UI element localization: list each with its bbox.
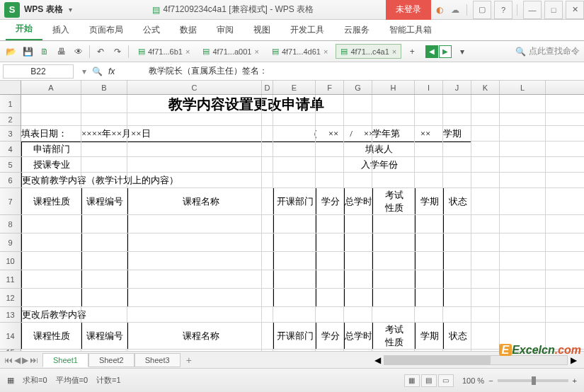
- ribbon-tab-8[interactable]: 云服务: [334, 20, 379, 40]
- command-search[interactable]: 🔍 点此查找命令: [515, 45, 580, 57]
- close-tab-icon[interactable]: ×: [392, 47, 396, 56]
- preview-icon[interactable]: 👁: [72, 45, 85, 58]
- select-all-corner[interactable]: [0, 81, 21, 94]
- close-tab-icon[interactable]: ×: [254, 47, 258, 56]
- add-sheet-icon[interactable]: +: [181, 354, 197, 366]
- doc-tab-2[interactable]: ▤4f71...4d61×: [267, 44, 333, 59]
- view-page-button[interactable]: ▤: [421, 374, 437, 387]
- fx-icon[interactable]: fx: [108, 67, 115, 76]
- close-tab-icon[interactable]: ×: [324, 47, 328, 56]
- formula-text[interactable]: 教学院长（直属系主任）签名：: [120, 65, 268, 77]
- close-button[interactable]: ✕: [566, 1, 584, 19]
- skin-button[interactable]: ▢: [473, 1, 491, 19]
- doc-tab-1[interactable]: ▤4f71...a001×: [197, 44, 264, 59]
- search-icon: 🔍: [515, 47, 526, 57]
- ribbon-tab-4[interactable]: 数据: [170, 20, 207, 40]
- nav-prev-icon[interactable]: ◀: [425, 45, 438, 58]
- row-header-13[interactable]: 13: [0, 307, 21, 323]
- ribbon-tab-9[interactable]: 智能工具箱: [379, 20, 442, 40]
- print-icon[interactable]: 🖶: [55, 45, 68, 58]
- ribbon-tab-6[interactable]: 视图: [244, 20, 280, 40]
- sheet-prev-icon[interactable]: ◀: [14, 355, 21, 365]
- row-header-11[interactable]: 11: [0, 270, 21, 289]
- separator: [128, 45, 129, 58]
- view-normal-button[interactable]: ▦: [404, 374, 420, 387]
- find-icon[interactable]: 🔍: [92, 67, 103, 76]
- ribbon-tab-0[interactable]: 开始: [6, 18, 42, 40]
- zoom-slider[interactable]: [498, 379, 568, 382]
- row-header-4[interactable]: 4: [0, 142, 21, 157]
- namebox-dropdown-icon[interactable]: ▾: [82, 67, 86, 76]
- cell-grid[interactable]: 教学内容设置更改申请单填表日期：××××年××月××日（××/××学年第××学期…: [21, 95, 584, 378]
- sheet-tab-bar: ⏮ ◀ ▶ ⏭ Sheet1Sheet2Sheet3 + ◀ ▶: [0, 351, 584, 368]
- save-icon[interactable]: 💾: [21, 45, 34, 58]
- status-sum: 求和=0: [23, 375, 47, 386]
- row-header-9[interactable]: 9: [0, 234, 21, 252]
- ribbon-tab-3[interactable]: 公式: [133, 20, 170, 40]
- sheet-last-icon[interactable]: ⏭: [30, 355, 38, 365]
- nav-next-icon[interactable]: ▶: [439, 45, 452, 58]
- zoom-out-icon[interactable]: −: [488, 376, 493, 385]
- col-header-H[interactable]: H: [372, 81, 415, 94]
- zoom-handle[interactable]: [532, 376, 536, 385]
- cloud-icon[interactable]: ☁: [448, 5, 462, 15]
- col-header-L[interactable]: L: [500, 81, 546, 94]
- row-header-10[interactable]: 10: [0, 252, 21, 270]
- close-tab-icon[interactable]: ×: [185, 47, 190, 56]
- view-read-button[interactable]: ▭: [438, 374, 454, 387]
- tab-nav: ◀ ▶: [425, 45, 452, 58]
- col-header-E[interactable]: E: [273, 81, 316, 94]
- name-box[interactable]: B22: [3, 64, 74, 79]
- row-header-12[interactable]: 12: [0, 289, 21, 307]
- maximize-button[interactable]: □: [544, 1, 563, 19]
- nav-list-icon[interactable]: ▾: [456, 45, 469, 58]
- minimize-button[interactable]: —: [523, 1, 542, 19]
- doc-tab-3[interactable]: ▤4f71...c4a1×: [336, 44, 401, 59]
- help-button[interactable]: ?: [494, 1, 513, 19]
- login-button[interactable]: 未登录: [386, 0, 431, 20]
- doc-tab-0[interactable]: ▤4f71...6b1×: [133, 44, 195, 59]
- row-header-3[interactable]: 3: [0, 126, 21, 142]
- open-icon[interactable]: 📂: [4, 45, 17, 58]
- sheet-next-icon[interactable]: ▶: [22, 355, 28, 365]
- doc-icon: ▤: [152, 5, 160, 15]
- row-header-7[interactable]: 7: [0, 188, 21, 215]
- ribbon-tab-2[interactable]: 页面布局: [79, 20, 133, 40]
- ribbon-tab-7[interactable]: 开发工具: [280, 20, 334, 40]
- zoom-level[interactable]: 100 %: [462, 376, 484, 385]
- app-logo[interactable]: S: [4, 2, 20, 18]
- col-header-I[interactable]: I: [415, 81, 443, 94]
- col-header-J[interactable]: J: [443, 81, 471, 94]
- col-header-F[interactable]: F: [316, 81, 344, 94]
- row-header-6[interactable]: 6: [0, 173, 21, 188]
- col-header-K[interactable]: K: [471, 81, 500, 94]
- row-header-2[interactable]: 2: [0, 113, 21, 126]
- book-icon[interactable]: ▦: [7, 376, 14, 385]
- col-header-B[interactable]: B: [81, 81, 127, 94]
- add-doc-icon[interactable]: +: [406, 45, 418, 58]
- export-icon[interactable]: 🗎: [38, 45, 51, 58]
- sync-icon[interactable]: ◐: [433, 5, 447, 15]
- sheet-tab-1[interactable]: Sheet2: [88, 353, 134, 367]
- row-header-1[interactable]: 1: [0, 95, 21, 113]
- sheet-tab-0[interactable]: Sheet1: [42, 353, 88, 367]
- separator: [466, 4, 467, 16]
- ribbon-tab-5[interactable]: 审阅: [207, 20, 244, 40]
- sheet-first-icon[interactable]: ⏮: [4, 355, 13, 365]
- undo-icon[interactable]: ↶: [94, 45, 107, 58]
- app-dropdown-icon[interactable]: ▾: [69, 6, 72, 13]
- col-header-C[interactable]: C: [127, 81, 262, 94]
- row-header-14[interactable]: 14: [0, 323, 21, 350]
- col-header-G[interactable]: G: [344, 81, 372, 94]
- row-header-8[interactable]: 8: [0, 215, 21, 234]
- redo-icon[interactable]: ↷: [111, 45, 124, 58]
- scrollbar-thumb[interactable]: [384, 356, 491, 364]
- formula-bar: B22 ▾ 🔍 fx 教学院长（直属系主任）签名：: [0, 62, 584, 81]
- ribbon-tab-1[interactable]: 插入: [42, 20, 79, 40]
- scroll-left-icon[interactable]: ◀: [374, 355, 381, 365]
- row-header-5[interactable]: 5: [0, 157, 21, 173]
- col-header-A[interactable]: A: [21, 81, 81, 94]
- sheet-tab-2[interactable]: Sheet3: [134, 353, 181, 367]
- zoom-in-icon[interactable]: +: [573, 376, 577, 385]
- col-header-D[interactable]: D: [262, 81, 273, 94]
